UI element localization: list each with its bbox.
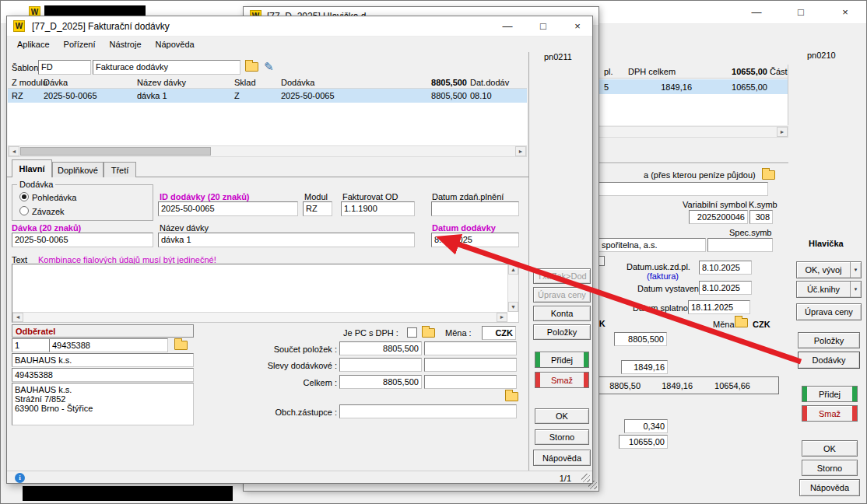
sablona-code-field[interactable]: FD	[38, 60, 91, 75]
konta-button[interactable]: Konta	[533, 306, 591, 321]
datum-zdan-field[interactable]	[431, 201, 519, 216]
back-polozky-button[interactable]: Položky	[798, 332, 860, 348]
back-table-hscrollbar[interactable]: ►	[597, 126, 788, 138]
menu-napoveda[interactable]: Nápověda	[149, 37, 202, 51]
radio-pohledavka[interactable]	[19, 192, 29, 201]
obch-field[interactable]	[339, 404, 517, 418]
scroll-left-icon[interactable]: ◄	[12, 313, 23, 322]
modul-field[interactable]: RZ	[303, 201, 332, 216]
front-smaz-button[interactable]: Smaž	[535, 372, 589, 388]
front-titlebar[interactable]: W [77_D_2025] Fakturační dodávky — □ ×	[7, 16, 592, 37]
front-polozky-button[interactable]: Položky	[533, 324, 591, 340]
back-datum-splatnosti-field[interactable]: 18.11.2025	[688, 300, 750, 314]
folder-icon[interactable]	[245, 62, 258, 72]
scroll-right-icon[interactable]: ►	[515, 146, 526, 156]
celkem-field-2[interactable]	[424, 375, 517, 389]
back-pridej-button[interactable]: Přidej	[802, 386, 858, 402]
back-var-symbol-field[interactable]: 2025200046	[689, 210, 748, 224]
back-bank-name-field[interactable]: spořitelna, a.s.	[598, 238, 706, 252]
slevy-field-2[interactable]	[424, 358, 517, 372]
nazev-davky-field[interactable]: dávka 1	[158, 233, 415, 247]
davka-field[interactable]: 2025-50-0065	[12, 233, 153, 247]
back-minimize-button[interactable]: —	[739, 1, 774, 23]
ok-vyvoj-button[interactable]: OK, vývoj ▼	[796, 261, 862, 278]
tab-treti[interactable]: Třetí	[104, 162, 136, 177]
back-table-row[interactable]: 5 1849,16 10655,00	[597, 79, 788, 94]
back-close-button[interactable]: ×	[827, 1, 863, 23]
tab-hlavni[interactable]: Hlavní	[12, 159, 52, 177]
back-datum-usk-field[interactable]: 8.10.2025	[699, 261, 752, 275]
datum-dodavky-field[interactable]: 8.10.2025	[431, 233, 519, 247]
folder-icon[interactable]	[174, 341, 188, 350]
batch-table-hscrollbar[interactable]: ◄ ►	[8, 145, 527, 157]
odberatel-cislo-field[interactable]: 1	[12, 338, 50, 352]
front-pridej-button[interactable]: Přidej	[535, 352, 589, 368]
back-smaz-button[interactable]: Smaž	[802, 405, 858, 422]
radio-pohledavka-label[interactable]: Pohledávka	[32, 193, 77, 202]
menu-aplikace[interactable]: Aplikace	[10, 37, 57, 51]
back-maximize-button[interactable]: □	[783, 1, 819, 23]
front-minimize-button[interactable]: —	[491, 16, 524, 36]
txt-zak-dod-button[interactable]: Txt:Zak>Dod	[533, 268, 591, 284]
mena-field[interactable]: CZK	[482, 326, 516, 340]
back-celkem-field[interactable]: 10655,00	[619, 435, 668, 449]
back-zaokrouhleni-field[interactable]: 0,340	[624, 419, 668, 433]
back-faktura-link[interactable]: (faktura)	[647, 271, 679, 281]
back-k-symb-field[interactable]: 308	[749, 210, 773, 224]
back-dph-field[interactable]: 1849,16	[621, 360, 668, 374]
sablona-name-field[interactable]: Fakturace dodávky	[93, 60, 240, 75]
soucet-field[interactable]: 8805,500	[339, 341, 422, 355]
back-dodavky-button[interactable]: Dodávky	[798, 352, 860, 369]
odberatel-nazev-field[interactable]: BAUHAUS k.s.	[12, 353, 194, 367]
back-spec-symb-field[interactable]	[707, 238, 773, 252]
front-pn-code: pn0211	[544, 52, 572, 61]
folder-icon[interactable]	[735, 318, 748, 327]
folder-icon[interactable]	[422, 328, 435, 338]
front-close-button[interactable]: ×	[563, 16, 592, 36]
back-bank-account-field[interactable]	[598, 182, 768, 196]
scroll-down-icon[interactable]: ▼	[508, 302, 518, 312]
edit-icon[interactable]: ✎	[264, 61, 274, 72]
front-maximize-button[interactable]: □	[527, 16, 560, 36]
info-icon[interactable]: i	[15, 473, 25, 483]
menu-porizeni[interactable]: Pořízení	[57, 37, 103, 51]
soucet-field-2[interactable]	[424, 341, 517, 355]
scroll-left-icon[interactable]: ◄	[9, 146, 19, 156]
batch-table-row[interactable]: RZ 2025-50-0065 dávka 1 Z 2025-50-0065 8…	[8, 89, 527, 103]
text-vscrollbar[interactable]: ▲ ▼	[507, 264, 518, 312]
id-dodavky-field[interactable]: 2025-50-0065	[158, 201, 298, 216]
back-zaklad-field[interactable]: 8805,500	[614, 332, 667, 346]
je-pc-checkbox[interactable]	[407, 327, 417, 338]
folder-icon[interactable]	[505, 392, 518, 401]
slevy-field[interactable]	[339, 358, 422, 372]
back-storno-button[interactable]: Storno	[802, 460, 858, 476]
celkem-field[interactable]: 8805,500	[339, 375, 422, 389]
odberatel-adresa-box[interactable]: BAUHAUS k.s. Strážní 7/852 63900 Brno - …	[12, 383, 194, 425]
radio-zavazek-label[interactable]: Závazek	[32, 207, 65, 216]
front-napoveda-button[interactable]: Nápověda	[533, 450, 591, 466]
front-ok-button[interactable]: OK	[535, 408, 589, 424]
back-napoveda-button[interactable]: Nápověda	[799, 479, 860, 496]
tab-doplnkove[interactable]: Doplňkové	[52, 162, 104, 177]
back-ok-button[interactable]: OK	[802, 440, 858, 457]
back-uprava-ceny-button[interactable]: Úprava ceny	[796, 303, 862, 320]
folder-icon[interactable]	[762, 170, 775, 180]
text-hscrollbar[interactable]: ◄ ►	[12, 312, 507, 322]
front-storno-button[interactable]: Storno	[535, 429, 589, 445]
odberatel-ico2-field[interactable]: 49435388	[12, 368, 194, 382]
uc-knihy-button[interactable]: Úč.knihy ▼	[796, 281, 862, 298]
scrollbar-thumb[interactable]	[20, 147, 211, 156]
dropdown-icon[interactable]: ▼	[850, 262, 861, 278]
resize-grip[interactable]	[581, 474, 590, 482]
scroll-up-icon[interactable]: ▲	[508, 264, 518, 275]
radio-zavazek[interactable]	[19, 206, 29, 215]
text-area[interactable]: ▲ ▼ ◄ ►	[12, 264, 519, 323]
dropdown-icon[interactable]: ▼	[850, 282, 861, 297]
front-uprava-ceny-button[interactable]: Úprava ceny	[533, 287, 591, 303]
menu-nastroje[interactable]: Nástroje	[103, 37, 149, 51]
back-datum-vystaveni-field[interactable]: 8.10.2025	[699, 281, 752, 295]
scroll-right-icon[interactable]: ►	[497, 313, 507, 322]
scroll-right-icon[interactable]: ►	[777, 127, 788, 137]
fakturovat-od-field[interactable]: 1.1.1900	[341, 201, 415, 216]
odberatel-ico-field[interactable]: 49435388	[49, 338, 168, 352]
